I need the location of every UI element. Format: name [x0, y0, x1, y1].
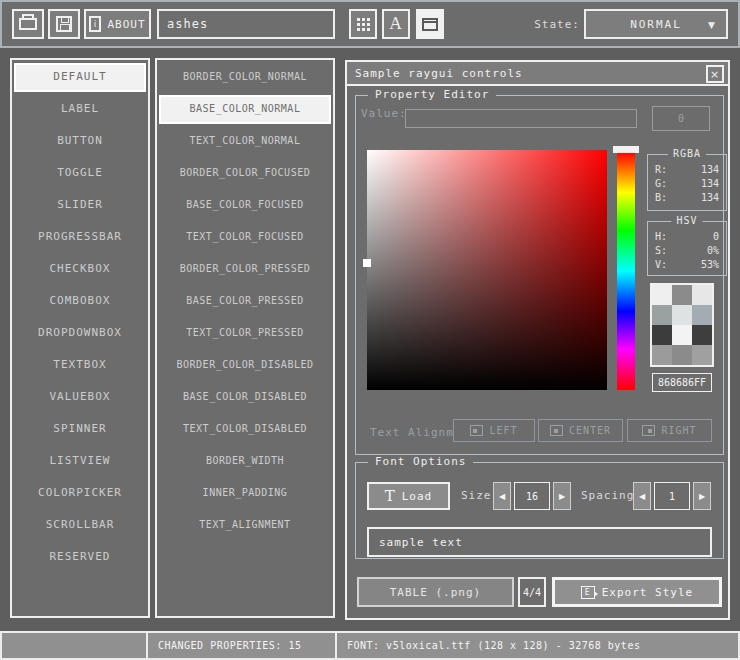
value-slider[interactable]	[405, 109, 637, 128]
close-button[interactable]: ×	[706, 65, 724, 83]
state-label: State:	[530, 18, 580, 31]
controls-item-textbox[interactable]: TEXTBOX	[14, 351, 146, 380]
grid-view-button[interactable]	[349, 9, 377, 39]
color-picker-cursor[interactable]	[363, 259, 371, 267]
spacing-value-box[interactable]: 1	[654, 482, 690, 510]
controls-item-scrollbar[interactable]: SCROLLBAR	[14, 511, 146, 540]
size-value-box[interactable]: 16	[514, 482, 550, 510]
table-export-button[interactable]: TABLE (.png)	[357, 577, 514, 607]
controls-item-reserved[interactable]: RESERVED	[14, 543, 146, 572]
property-item[interactable]: BORDER_WIDTH	[159, 447, 331, 476]
sample-text-input[interactable]	[367, 527, 712, 557]
swatch[interactable]	[692, 345, 712, 365]
swatch[interactable]	[692, 285, 712, 305]
controls-item-label[interactable]: LABEL	[14, 95, 146, 124]
toolbar: i ABOUT A State: NORMAL ▼	[0, 0, 740, 48]
hsv-s-row: S: 0%	[648, 244, 726, 258]
size-increase-button[interactable]: ▶	[553, 482, 571, 510]
swatch[interactable]	[672, 345, 692, 365]
align-right-label: RIGHT	[661, 425, 696, 436]
s-value: 0%	[707, 244, 719, 258]
spacing-increase-button[interactable]: ▶	[693, 482, 711, 510]
property-item[interactable]: BASE_COLOR_PRESSED	[159, 287, 331, 316]
rgba-b-row: B: 134	[648, 191, 726, 205]
align-left-button[interactable]: LEFT	[453, 419, 535, 442]
property-item[interactable]: BORDER_COLOR_DISABLED	[159, 351, 331, 380]
controls-item-spinner[interactable]: SPINNER	[14, 415, 146, 444]
controls-item-checkbox[interactable]: CHECKBOX	[14, 255, 146, 284]
sample-controls-window: Sample raygui controls × Property Editor…	[345, 60, 730, 620]
load-button-label: Load	[402, 490, 433, 503]
font-T-icon: T	[385, 489, 396, 504]
swatch[interactable]	[652, 305, 672, 325]
export-style-button[interactable]: E Export Style	[552, 577, 722, 607]
align-left-icon	[470, 425, 483, 436]
property-item[interactable]: TEXT_COLOR_DISABLED	[159, 415, 331, 444]
status-cell-empty	[0, 631, 148, 660]
spacing-decrease-button[interactable]: ◀	[633, 482, 651, 510]
controls-item-colorpicker[interactable]: COLORPICKER	[14, 479, 146, 508]
property-item[interactable]: BASE_COLOR_DISABLED	[159, 383, 331, 412]
size-decrease-button[interactable]: ◀	[493, 482, 511, 510]
about-button[interactable]: i ABOUT	[84, 9, 151, 39]
s-label: S:	[655, 244, 667, 258]
info-icon: i	[89, 16, 101, 32]
font-view-button[interactable]: A	[382, 9, 410, 39]
property-item[interactable]: BORDER_COLOR_NORMAL	[159, 63, 331, 92]
align-right-button[interactable]: RIGHT	[627, 419, 712, 442]
swatch[interactable]	[652, 325, 672, 345]
rgba-label: RGBA	[668, 148, 706, 159]
property-item[interactable]: TEXT_ALIGNMENT	[159, 511, 331, 540]
controls-item-progressbar[interactable]: PROGRESSBAR	[14, 223, 146, 252]
rgba-r-row: R: 134	[648, 163, 726, 177]
align-center-button[interactable]: CENTER	[538, 419, 623, 442]
controls-item-default[interactable]: DEFAULT	[14, 63, 146, 92]
controls-item-toggle[interactable]: TOGGLE	[14, 159, 146, 188]
swatch[interactable]	[652, 345, 672, 365]
window-view-button[interactable]	[416, 9, 444, 39]
r-label: R:	[655, 163, 667, 177]
property-item[interactable]: TEXT_COLOR_PRESSED	[159, 319, 331, 348]
rgba-g-row: G: 134	[648, 177, 726, 191]
v-value: 53%	[701, 258, 719, 272]
value-box[interactable]: 0	[652, 106, 710, 131]
controls-item-dropdownbox[interactable]: DROPDOWNBOX	[14, 319, 146, 348]
property-item[interactable]: TEXT_COLOR_FOCUSED	[159, 223, 331, 252]
property-item-selected[interactable]: BASE_COLOR_NORMAL	[159, 95, 331, 124]
controls-item-button[interactable]: BUTTON	[14, 127, 146, 156]
status-bar: CHANGED PROPERTIES: 15 FONT: v5loxical.t…	[0, 631, 740, 660]
window-icon	[422, 18, 438, 31]
property-item[interactable]: INNER_PADDING	[159, 479, 331, 508]
hue-cursor[interactable]	[613, 146, 639, 153]
swatch[interactable]	[672, 285, 692, 305]
controls-item-combobox[interactable]: COMBOBOX	[14, 287, 146, 316]
rgba-group: RGBA R: 134 G: 134 B: 134	[647, 154, 727, 211]
property-item[interactable]: TEXT_COLOR_NORMAL	[159, 127, 331, 156]
style-name-input[interactable]	[157, 9, 335, 39]
b-label: B:	[655, 191, 667, 205]
property-item[interactable]: BORDER_COLOR_PRESSED	[159, 255, 331, 284]
hex-value-box[interactable]: 868686FF	[652, 373, 712, 392]
h-value: 0	[713, 230, 719, 244]
controls-item-listview[interactable]: LISTVIEW	[14, 447, 146, 476]
load-font-button[interactable]: T Load	[367, 482, 450, 510]
hue-bar[interactable]	[617, 152, 635, 390]
arrow-right-icon: ▶	[559, 492, 565, 501]
window-titlebar[interactable]: Sample raygui controls ×	[347, 62, 728, 86]
property-item[interactable]: BASE_COLOR_FOCUSED	[159, 191, 331, 220]
swatch[interactable]	[692, 325, 712, 345]
swatch[interactable]	[672, 325, 692, 345]
save-icon	[56, 16, 72, 32]
align-center-icon	[550, 425, 563, 436]
controls-item-valuebox[interactable]: VALUEBOX	[14, 383, 146, 412]
controls-item-slider[interactable]: SLIDER	[14, 191, 146, 220]
state-dropdown[interactable]: NORMAL ▼	[584, 9, 728, 39]
open-style-button[interactable]	[12, 9, 44, 39]
swatch[interactable]	[672, 305, 692, 325]
swatch[interactable]	[692, 305, 712, 325]
align-left-label: LEFT	[489, 425, 517, 436]
save-style-button[interactable]	[48, 9, 80, 39]
swatch[interactable]	[652, 285, 672, 305]
color-picker-panel[interactable]	[367, 150, 607, 390]
property-item[interactable]: BORDER_COLOR_FOCUSED	[159, 159, 331, 188]
